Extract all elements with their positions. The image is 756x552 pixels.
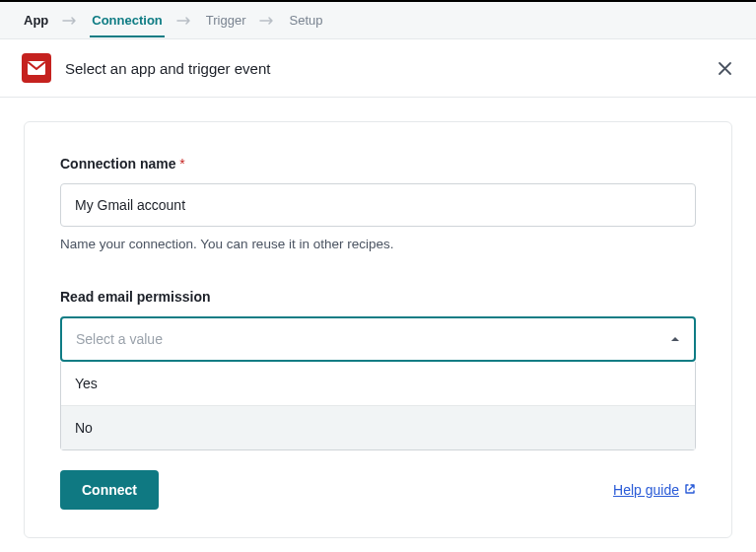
connect-button[interactable]: Connect — [60, 470, 159, 510]
caret-up-icon — [670, 336, 680, 342]
label-text: Connection name — [60, 156, 175, 172]
dropdown-option-no[interactable]: No — [61, 406, 695, 449]
field-read-permission: Read email permission Select a value Yes… — [60, 289, 696, 450]
required-mark: * — [179, 156, 184, 172]
connection-name-label: Connection name * — [60, 156, 696, 172]
form-footer: Connect Help guide — [60, 470, 696, 510]
content: Connection name * Name your connection. … — [0, 98, 756, 552]
close-icon[interactable] — [715, 58, 734, 78]
read-permission-select[interactable]: Select a value — [60, 316, 696, 362]
field-connection-name: Connection name * Name your connection. … — [60, 156, 696, 251]
external-link-icon — [684, 482, 696, 498]
breadcrumb-bar: App Connection Trigger Setup — [0, 2, 756, 39]
gmail-icon — [22, 53, 51, 83]
dropdown-option-yes[interactable]: Yes — [61, 362, 695, 406]
connection-name-input[interactable] — [60, 183, 696, 227]
arrow-right-icon — [62, 16, 78, 26]
help-link-text: Help guide — [613, 482, 679, 498]
breadcrumb-step-trigger[interactable]: Trigger — [204, 3, 248, 37]
header: Select an app and trigger event — [0, 39, 756, 98]
breadcrumb-step-connection[interactable]: Connection — [90, 3, 165, 37]
read-permission-label: Read email permission — [60, 289, 696, 305]
breadcrumb-step-setup[interactable]: Setup — [287, 3, 324, 37]
form-card: Connection name * Name your connection. … — [24, 121, 732, 538]
select-placeholder: Select a value — [76, 331, 163, 347]
arrow-right-icon — [176, 16, 192, 26]
connection-name-help: Name your connection. You can reuse it i… — [60, 237, 696, 251]
arrow-right-icon — [259, 16, 275, 26]
page-title: Select an app and trigger event — [65, 60, 701, 77]
breadcrumb-step-app[interactable]: App — [22, 3, 50, 37]
read-permission-dropdown: Yes No — [60, 362, 696, 450]
help-guide-link[interactable]: Help guide — [613, 482, 696, 498]
